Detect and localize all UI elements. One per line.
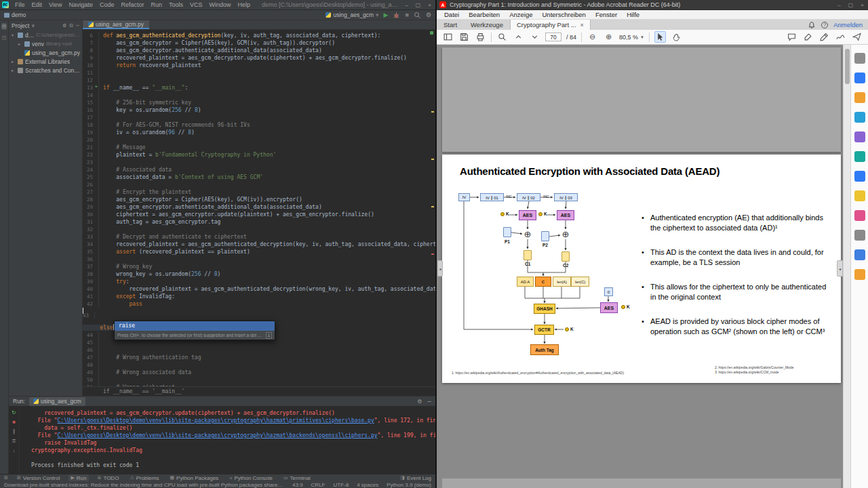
menu-item-unterschreiben[interactable]: Unterschreiben <box>537 11 590 18</box>
toolwindow-button-python-console[interactable]: ≡Python Console <box>227 474 275 481</box>
menu-item-anzeige[interactable]: Anzeige <box>505 11 537 18</box>
tools-panel-icon[interactable] <box>854 249 865 260</box>
menu-item-window[interactable]: Window <box>206 1 235 8</box>
help-icon[interactable]: ? <box>821 22 828 28</box>
maximize-button[interactable]: ▢ <box>412 2 424 8</box>
menu-item-fenster[interactable]: Fenster <box>591 11 622 18</box>
page-number-input[interactable]: 70 <box>545 33 561 41</box>
close-tab-icon[interactable]: × <box>580 22 584 28</box>
pause-output-button[interactable]: ∥ <box>13 428 16 434</box>
minimize-panel-icon[interactable]: ─ <box>427 399 431 405</box>
menu-item-navigate[interactable]: Navigate <box>65 1 96 8</box>
select-tool-button[interactable] <box>654 31 666 43</box>
debug-icon[interactable] <box>393 12 400 19</box>
hand-tool-button[interactable] <box>671 31 682 43</box>
console-file-link[interactable]: C:\Users\goess\Desktop\demo\venv\lib\sit… <box>58 418 374 424</box>
tools-panel-icon[interactable] <box>854 73 865 83</box>
tools-panel-icon[interactable] <box>854 131 865 142</box>
toolwindow-button-run[interactable]: ▶Run <box>68 474 88 481</box>
tools-panel-icon[interactable] <box>854 210 865 221</box>
tree-item-using-aes-gcm-py[interactable]: using_aes_gcm.py <box>9 48 82 57</box>
stripe-commit-icon[interactable]: ◫ <box>2 35 7 41</box>
zoom-level-select[interactable]: 80,5 % ▼ <box>619 34 644 41</box>
search-everywhere-icon[interactable] <box>414 12 421 19</box>
close-button[interactable]: × <box>856 2 868 8</box>
run-button[interactable]: ▶ <box>384 12 389 18</box>
menu-item-refactor[interactable]: Refactor <box>117 1 147 8</box>
tools-panel-icon[interactable] <box>854 190 865 201</box>
tools-panel-icon[interactable] <box>854 230 865 241</box>
status-segment[interactable]: CRLF <box>311 482 326 488</box>
collapse-all-icon[interactable]: ⊟ <box>69 23 73 28</box>
toolwindow-button-todo[interactable]: ≣TODO <box>96 474 121 481</box>
menu-item-code[interactable]: Code <box>96 1 118 8</box>
rerun-button[interactable]: ↻ <box>12 409 16 415</box>
sign-in-button[interactable]: Anmelden <box>833 21 863 28</box>
comment-tool-button[interactable] <box>786 31 797 43</box>
console-file-link[interactable]: C:\Users\goess\Desktop\demo\venv\lib\sit… <box>58 432 378 439</box>
find-button[interactable] <box>496 31 508 43</box>
tools-panel-icon[interactable] <box>854 171 865 182</box>
close-button[interactable]: × <box>424 2 435 8</box>
code-editor[interactable]: 6def aes_gcm_authenticated_decryption(ke… <box>83 30 435 386</box>
status-segment[interactable]: UTF-8 <box>333 482 349 488</box>
minimize-button[interactable]: – <box>401 2 412 8</box>
share-button[interactable] <box>851 31 863 43</box>
menu-item-help[interactable]: Help <box>235 1 254 8</box>
menu-item-hilfe[interactable]: Hilfe <box>622 11 644 18</box>
stripe-project-icon[interactable]: ▤ <box>1 23 7 30</box>
status-segment[interactable]: 4 spaces <box>357 482 378 488</box>
chevron-down-icon[interactable]: ▾ <box>31 22 35 29</box>
maximize-button[interactable]: ▢ <box>845 2 856 8</box>
tools-panel-icon[interactable] <box>854 53 865 64</box>
menu-item-edit[interactable]: Edit <box>28 1 46 8</box>
minimize-button[interactable]: – <box>833 2 845 8</box>
stop-button[interactable]: ■ <box>405 12 408 18</box>
settings-gear-icon[interactable]: ⚙ <box>426 12 431 18</box>
menu-item-bearbeiten[interactable]: Bearbeiten <box>464 11 505 18</box>
tool-window-switcher-icon[interactable]: ⊞ <box>4 475 8 481</box>
tab-start[interactable]: Start <box>437 20 464 30</box>
zoom-out-button[interactable]: ⊖ <box>587 31 598 43</box>
editor-tab-using-aes-gcm[interactable]: using_aes_gcm.py <box>83 20 149 29</box>
menu-item-datei[interactable]: Datei <box>439 11 464 18</box>
navigation-bar-project[interactable]: demo <box>4 12 26 18</box>
nav-pane-toggle[interactable]: ◂ <box>437 260 443 277</box>
hide-panel-icon[interactable]: ─ <box>76 23 79 28</box>
run-console[interactable]: recovered_plaintext = aes_gcm_decryptor.… <box>20 407 435 474</box>
menu-item-view[interactable]: View <box>45 1 65 8</box>
toolwindow-button-terminal[interactable]: ▭Terminal <box>281 474 313 481</box>
status-message[interactable]: Download pre-built shared indexes: Reduc… <box>4 482 284 488</box>
menu-item-tools[interactable]: Tools <box>165 1 186 8</box>
run-settings-gear-icon[interactable]: ⚙ <box>417 399 422 405</box>
run-tab[interactable]: using_aes_gcm <box>29 397 85 406</box>
scrollbar[interactable] <box>843 45 850 488</box>
menu-item-file[interactable]: File <box>12 1 28 8</box>
tree-item-demo[interactable]: ▾demoC:\Users\goess\Desktop\demo <box>9 30 82 39</box>
scrollbar-thumb[interactable] <box>845 49 850 84</box>
event-log-button[interactable]: Event Log <box>407 475 431 481</box>
menu-item-run[interactable]: Run <box>147 1 165 8</box>
tab-document[interactable]: Cryptography Part ... × <box>510 20 591 30</box>
next-page-button[interactable] <box>529 31 540 43</box>
tools-panel-icon[interactable] <box>854 92 865 103</box>
print-button[interactable] <box>475 31 486 43</box>
pen-tool-button[interactable] <box>818 31 830 43</box>
run-line-icon[interactable]: ▶ <box>96 85 98 89</box>
zoom-in-button[interactable]: ⊕ <box>603 31 614 43</box>
tab-werkzeuge[interactable]: Werkzeuge <box>464 20 510 30</box>
tree-item-venv[interactable]: ▸venvlibrary root <box>9 39 82 48</box>
tools-pane-toggle[interactable]: ◂ <box>837 260 843 277</box>
toolwindow-button-problems[interactable]: ⚠Problems <box>127 474 161 481</box>
breadcrumb[interactable]: if __name__ == '__main__' <box>83 386 435 396</box>
save-button[interactable] <box>458 31 470 43</box>
toolwindow-button-python-packages[interactable]: ▦Python Packages <box>167 474 220 481</box>
highlight-tool-button[interactable] <box>802 31 814 43</box>
soft-wrap-button[interactable]: ≣ <box>12 438 16 444</box>
tools-panel-icon[interactable] <box>854 112 865 123</box>
stop-button[interactable]: ■ <box>12 419 16 425</box>
sign-tool-button[interactable] <box>835 31 846 43</box>
project-panel-title[interactable]: Project <box>12 22 29 29</box>
status-segment[interactable]: Python 3.9 (demo) <box>387 482 431 488</box>
tree-item-scratches-and-consoles[interactable]: ▸Scratches and Consoles <box>9 66 82 75</box>
